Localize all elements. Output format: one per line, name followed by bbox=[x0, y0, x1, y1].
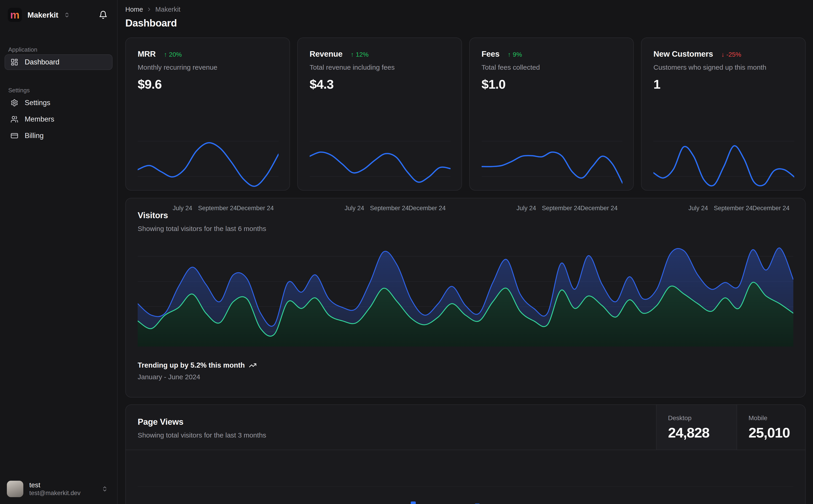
axis-tick: July 24 bbox=[688, 205, 708, 212]
sidebar-nav: Application Dashboard Settings Settings … bbox=[0, 46, 117, 143]
chevrons-up-down-icon bbox=[101, 486, 108, 492]
main-content: Home Makerkit Dashboard MRR ↑20% Monthly… bbox=[117, 0, 813, 504]
toggle-value: 24,828 bbox=[668, 424, 737, 441]
visitors-card: Visitors Showing total visitors for the … bbox=[125, 198, 806, 398]
bell-icon bbox=[99, 11, 107, 19]
stat-title: Fees bbox=[482, 49, 500, 58]
axis-tick: July 24 bbox=[516, 205, 536, 212]
stat-value: $4.3 bbox=[310, 77, 450, 92]
sparkline-chart bbox=[482, 138, 622, 195]
page-views-title: Page Views bbox=[138, 417, 644, 427]
axis-tick: July 24 bbox=[345, 205, 364, 212]
stat-subtitle: Total revenue including fees bbox=[310, 64, 450, 71]
stat-card-revenue: Revenue ↑12% Total revenue including fee… bbox=[297, 37, 462, 191]
stat-subtitle: Monthly recurring revenue bbox=[138, 64, 278, 71]
toggle-desktop[interactable]: Desktop 24,828 bbox=[656, 405, 737, 450]
trend-badge: ↓-25% bbox=[721, 51, 741, 58]
sparkline-axis: July 24 September 24 December 24 bbox=[654, 205, 793, 212]
stat-subtitle: Customers who signed up this month bbox=[654, 64, 793, 71]
makerkit-logo: m bbox=[8, 8, 22, 22]
user-avatar bbox=[7, 481, 23, 497]
user-email: test@makerkit.dev bbox=[29, 489, 80, 497]
chevrons-up-down-icon bbox=[64, 12, 70, 18]
sparkline-chart bbox=[310, 138, 450, 195]
sidebar-item-dashboard[interactable]: Dashboard bbox=[5, 54, 112, 70]
axis-tick: September 24 bbox=[198, 205, 237, 212]
trend-badge: ↑12% bbox=[351, 51, 369, 58]
axis-tick: July 24 bbox=[173, 205, 192, 212]
stat-title: MRR bbox=[138, 49, 156, 58]
sparkline-axis: July 24 September 24 December 24 bbox=[138, 205, 278, 212]
arrow-up-icon: ↑ bbox=[351, 51, 354, 58]
sidebar: m Makerkit Application Dashboard Setting… bbox=[0, 0, 117, 504]
section-label-settings: Settings bbox=[8, 87, 109, 94]
axis-tick: September 24 bbox=[542, 205, 581, 212]
stat-value: $9.6 bbox=[138, 77, 278, 92]
stat-subtitle: Total fees collected bbox=[482, 64, 622, 71]
axis-tick: December 24 bbox=[752, 205, 789, 212]
sparkline-axis: July 24 September 24 December 24 bbox=[310, 205, 450, 212]
bar bbox=[411, 501, 416, 504]
gridline bbox=[138, 486, 793, 487]
sidebar-item-label: Members bbox=[25, 115, 54, 123]
axis-tick: September 24 bbox=[370, 205, 409, 212]
stat-value: 1 bbox=[654, 77, 793, 92]
sidebar-item-members[interactable]: Members bbox=[5, 111, 112, 127]
stat-card-mrr: MRR ↑20% Monthly recurring revenue $9.6 … bbox=[125, 37, 290, 191]
sidebar-item-label: Billing bbox=[25, 132, 44, 140]
page-views-subtitle: Showing total visitors for the last 3 mo… bbox=[138, 431, 644, 439]
workspace-selector[interactable]: m Makerkit bbox=[8, 8, 70, 22]
page-title: Dashboard bbox=[125, 17, 806, 29]
sidebar-item-settings[interactable]: Settings bbox=[5, 95, 112, 111]
toggle-value: 25,010 bbox=[749, 424, 805, 441]
trending-up-icon bbox=[249, 361, 257, 369]
breadcrumb-home-link[interactable]: Home bbox=[125, 6, 143, 13]
notifications-button[interactable] bbox=[99, 11, 107, 19]
stat-card-fees: Fees ↑9% Total fees collected $1.0 July … bbox=[469, 37, 634, 191]
users-icon bbox=[11, 115, 18, 123]
axis-tick: December 24 bbox=[409, 205, 446, 212]
account-menu-trigger[interactable]: test test@makerkit.dev bbox=[0, 474, 117, 504]
axis-tick: September 24 bbox=[714, 205, 753, 212]
sparkline-axis: July 24 September 24 December 24 bbox=[482, 205, 622, 212]
visitors-subtitle: Showing total visitors for the last 6 mo… bbox=[138, 225, 793, 233]
stat-card-new-customers: New Customers ↓-25% Customers who signed… bbox=[641, 37, 806, 191]
stat-title: Revenue bbox=[310, 49, 343, 58]
arrow-up-icon: ↑ bbox=[508, 51, 511, 58]
breadcrumb-current: Makerkit bbox=[155, 6, 180, 13]
user-name: test bbox=[29, 481, 80, 489]
gear-icon bbox=[11, 99, 18, 107]
arrow-down-icon: ↓ bbox=[721, 51, 725, 58]
toggle-mobile[interactable]: Mobile 25,010 bbox=[737, 405, 805, 450]
axis-tick: December 24 bbox=[237, 205, 274, 212]
section-label-application: Application bbox=[8, 46, 109, 53]
axis-tick: December 24 bbox=[580, 205, 618, 212]
visitors-date-range: January - June 2024 bbox=[138, 373, 793, 381]
visitors-area-chart bbox=[138, 243, 793, 347]
toggle-label: Desktop bbox=[668, 414, 737, 422]
page-views-card: Page Views Showing total visitors for th… bbox=[125, 404, 806, 504]
workspace-name: Makerkit bbox=[27, 11, 58, 19]
page-views-bar-chart bbox=[138, 450, 793, 504]
credit-card-icon bbox=[11, 132, 18, 140]
arrow-up-icon: ↑ bbox=[164, 51, 167, 58]
stat-title: New Customers bbox=[654, 49, 713, 58]
stat-value: $1.0 bbox=[482, 77, 622, 92]
sidebar-item-label: Settings bbox=[25, 99, 50, 107]
trend-badge: ↑20% bbox=[164, 51, 182, 58]
trend-badge: ↑9% bbox=[508, 51, 522, 58]
sidebar-item-billing[interactable]: Billing bbox=[5, 128, 112, 143]
layout-dashboard-icon bbox=[11, 58, 18, 66]
stat-cards-row: MRR ↑20% Monthly recurring revenue $9.6 … bbox=[125, 37, 806, 191]
sidebar-item-label: Dashboard bbox=[25, 58, 59, 66]
chevron-right-icon bbox=[146, 6, 152, 12]
toggle-label: Mobile bbox=[749, 414, 805, 422]
sparkline-chart bbox=[138, 138, 278, 195]
visitors-trend-text: Trending up by 5.2% this month bbox=[138, 361, 245, 369]
sparkline-chart bbox=[654, 138, 793, 195]
breadcrumb: Home Makerkit bbox=[125, 5, 806, 13]
